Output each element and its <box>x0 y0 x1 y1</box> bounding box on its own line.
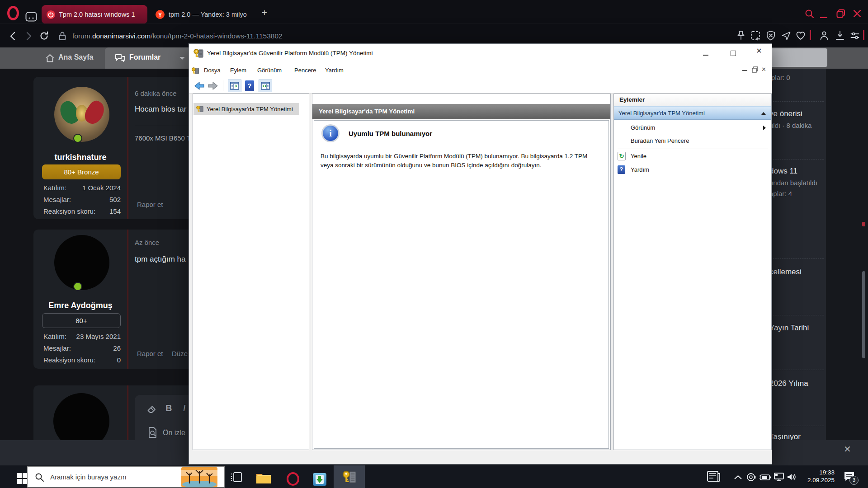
yandex-icon: Y <box>156 10 165 19</box>
action-pane-button[interactable] <box>259 80 272 92</box>
username[interactable]: Emre Aydoğmuş <box>33 301 127 310</box>
tpm-titlebar[interactable]: Yerel Bilgisayar'da Güvenilir Platform M… <box>189 44 772 63</box>
avatar[interactable] <box>54 235 109 290</box>
forum-search-input[interactable] <box>765 48 827 67</box>
avatar[interactable] <box>54 87 109 142</box>
tray-expand-chevron-icon[interactable] <box>734 474 742 480</box>
tray-clock[interactable]: 19:33 2.09.2025 <box>800 469 835 484</box>
browser-tab-strip: Tpm 2.0 hatası windows 1 Y tpm 2.0 — Yan… <box>0 0 868 23</box>
minimize-window-icon[interactable] <box>820 17 827 18</box>
mdi-minimize-icon[interactable] <box>742 70 747 71</box>
opera-logo-icon[interactable] <box>7 6 19 20</box>
post-timestamp[interactable]: 6 dakika önce <box>135 89 177 97</box>
network-icon[interactable] <box>774 472 784 482</box>
username[interactable]: turkishnature <box>33 153 127 162</box>
news-widget-icon[interactable] <box>707 470 721 483</box>
action-item-refresh[interactable]: ↻ Yenile <box>614 150 771 162</box>
post-timestamp[interactable]: Az önce <box>135 239 159 246</box>
collapse-icon[interactable] <box>761 112 766 115</box>
forum-right-gutter <box>826 69 868 440</box>
share-icon[interactable] <box>781 31 791 41</box>
tpm-minimize-button[interactable] <box>699 47 712 59</box>
edit-link[interactable]: Düze <box>172 350 188 357</box>
page-scrollbar[interactable] <box>862 271 865 358</box>
close-window-icon[interactable] <box>853 9 862 18</box>
tpm-close-button[interactable]: ✕ <box>752 47 766 58</box>
action-pane-icon <box>261 82 270 90</box>
sidebar-item[interactable]: cellemesi <box>769 267 802 277</box>
search-highlight-image[interactable] <box>180 467 218 487</box>
italic-button[interactable]: I <box>183 403 186 414</box>
clock-date: 2.09.2025 <box>800 476 835 484</box>
user-badge[interactable]: 80+ <box>42 313 121 328</box>
action-item-help[interactable]: ? Yardım <box>614 164 771 176</box>
report-link[interactable]: Rapor et <box>137 201 163 208</box>
action-item-new-window[interactable]: Buradan Yeni Pencere <box>614 135 771 147</box>
downloads-icon[interactable] <box>835 30 845 41</box>
new-tab-button[interactable]: + <box>258 6 271 20</box>
tpm-taskbar-active-slot[interactable] <box>334 465 365 488</box>
menu-help[interactable]: Yardım <box>325 67 344 74</box>
back-arrow-icon[interactable] <box>194 81 205 91</box>
mdi-restore-icon[interactable] <box>752 66 758 73</box>
forward-icon[interactable] <box>24 31 33 41</box>
info-icon: i <box>323 126 338 141</box>
sidebar-item[interactable]: 2026 Yılına <box>769 379 808 388</box>
snapshot-icon[interactable] <box>750 31 760 41</box>
reload-icon[interactable] <box>39 31 49 41</box>
tree-item-label: Yerel Bilgisayar'da TPM Yönetimi <box>207 106 293 113</box>
volume-icon[interactable] <box>787 472 797 482</box>
sidebar-divider <box>769 101 824 102</box>
action-item-view[interactable]: Görünüm <box>614 122 771 134</box>
sidebar-item[interactable]: plar: 0 <box>771 74 790 81</box>
search-window-icon[interactable] <box>804 9 815 19</box>
bold-button[interactable]: B <box>165 403 172 413</box>
sidebar-item[interactable]: dows 11 <box>769 167 797 176</box>
sidebar-divider <box>769 370 824 370</box>
workspaces-icon[interactable] <box>25 12 37 22</box>
mdi-close-icon[interactable]: ✕ <box>761 66 766 73</box>
tab-inactive[interactable]: Y tpm 2.0 — Yandex: 3 milyo <box>152 5 256 24</box>
bookmark-heart-icon[interactable] <box>796 31 806 40</box>
battery-icon[interactable] <box>759 473 771 481</box>
task-view-icon[interactable] <box>230 472 242 483</box>
downloader-app-icon[interactable] <box>313 473 326 486</box>
menu-file[interactable]: Dosya <box>204 67 221 74</box>
taskbar: Aramak için buraya yazın 19:33 2.09.2025… <box>0 465 868 488</box>
nav-home-link[interactable]: Ana Sayfa <box>58 53 93 61</box>
eraser-icon[interactable] <box>146 404 158 415</box>
help-button[interactable]: ? <box>245 80 254 91</box>
menu-window[interactable]: Pencere <box>294 67 316 74</box>
user-badge[interactable]: 80+ Bronze <box>42 164 121 179</box>
restore-window-icon[interactable] <box>836 9 846 19</box>
url-text[interactable]: forum.donanimarsivi.com/konu/tpm-2-0-hat… <box>72 32 283 40</box>
banner-close-icon[interactable]: ✕ <box>844 444 851 455</box>
start-button-icon[interactable] <box>16 473 28 484</box>
taskbar-search-box[interactable]: Aramak için buraya yazın <box>27 466 225 488</box>
tab-active[interactable]: Tpm 2.0 hatası windows 1 <box>42 5 147 24</box>
report-link[interactable]: Rapor et <box>137 350 163 357</box>
console-tree-button[interactable] <box>228 80 241 92</box>
profile-icon[interactable] <box>819 30 829 41</box>
file-explorer-icon[interactable] <box>255 472 272 485</box>
menu-view[interactable]: Görünüm <box>257 67 282 74</box>
settings-sliders-icon[interactable] <box>850 31 860 41</box>
tab-title: Tpm 2.0 hatası windows 1 <box>59 5 143 24</box>
sidebar-item[interactable]: Yayın Tarihi <box>769 324 809 333</box>
meet-now-camera-icon[interactable] <box>746 473 757 482</box>
post-signature: 7600x MSI B650 T <box>135 134 191 142</box>
actions-group-row[interactable]: Yerel Bilgisayar'da TPM Yönetimi <box>614 106 771 120</box>
back-icon[interactable] <box>8 31 18 41</box>
tpm-maximize-button[interactable] <box>726 47 740 59</box>
opera-taskbar-icon[interactable] <box>287 472 299 486</box>
tpm-window-title: Yerel Bilgisayar'da Güvenilir Platform M… <box>207 50 373 56</box>
adblock-shield-icon[interactable] <box>766 30 776 41</box>
forward-arrow-icon[interactable] <box>208 81 218 91</box>
toolbar-separator <box>223 80 223 91</box>
preview-button[interactable]: Ön izle <box>163 429 185 437</box>
pinboard-icon[interactable] <box>736 30 746 42</box>
tree-item-selected[interactable]: Yerel Bilgisayar'da TPM Yönetimi <box>193 103 299 115</box>
sidebar-item[interactable]: ye önerisi <box>769 109 802 118</box>
lock-icon[interactable] <box>58 31 66 41</box>
menu-action[interactable]: Eylem <box>230 67 246 74</box>
